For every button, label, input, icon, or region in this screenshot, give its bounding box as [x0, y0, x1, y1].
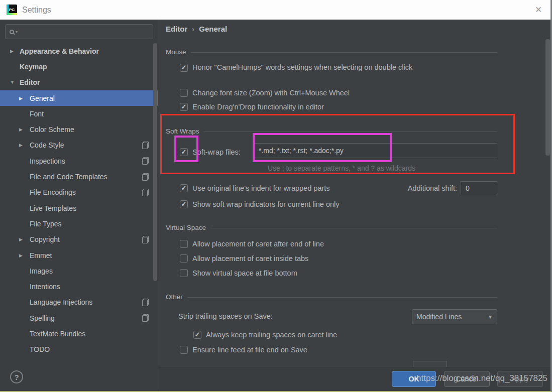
sidebar-scrollbar[interactable]	[153, 43, 157, 281]
section-header-soft-wraps: Soft Wraps	[166, 127, 497, 135]
checkmark-icon: ✓	[180, 64, 187, 71]
sidebar-item-appearance-behavior[interactable]: ▶Appearance & Behavior	[0, 43, 158, 59]
checkbox-row-caret-inside-tabs: Allow placement of caret inside tabs	[180, 253, 308, 264]
shared-settings-icon	[142, 142, 149, 149]
checkbox-soft-wrap-files[interactable]: ✓	[180, 148, 188, 156]
checkbox-font-zoom[interactable]	[180, 89, 188, 97]
settings-dialog: PC Settings ✕ ▾ ▶Appearance & Behavior K…	[0, 0, 552, 392]
checkbox-row-ensure-line-feed: Ensure line feed at file end on Save	[180, 344, 307, 355]
additional-shift-label: Additional shift:	[394, 184, 457, 192]
checkbox-label[interactable]: Use original line's indent for wrapped p…	[192, 184, 330, 192]
help-button[interactable]: ?	[10, 370, 23, 383]
checkbox-label[interactable]: Allow placement of caret after end of li…	[192, 240, 324, 248]
chevron-right-icon: ▶	[10, 49, 20, 54]
checkbox-original-indent[interactable]: ✓	[180, 184, 188, 192]
pycharm-logo-icon: PC	[7, 5, 17, 15]
breadcrumb-parent[interactable]: Editor	[166, 25, 187, 33]
chevron-right-icon: ▶	[19, 143, 30, 148]
section-header-other: Other	[166, 293, 497, 301]
chevron-right-icon: ▶	[19, 96, 30, 101]
checkbox-row-keep-caret-spaces: ✓ Always keep trailing spaces on caret l…	[193, 329, 337, 340]
chevron-down-icon: ▾	[16, 30, 18, 34]
sidebar-item-language-injections[interactable]: Language Injections	[0, 295, 158, 310]
sidebar-item-color-scheme[interactable]: ▶Color Scheme	[0, 121, 158, 137]
select-value: Modified Lines	[416, 313, 462, 321]
shared-settings-icon	[142, 173, 149, 181]
checkbox-label[interactable]: Show soft wrap indicators for current li…	[192, 200, 340, 208]
checkbox-row-caret-after-eol: Allow placement of caret after end of li…	[180, 238, 324, 249]
chevron-right-icon: ▶	[19, 127, 30, 132]
sidebar-item-textmate-bundles[interactable]: TextMate Bundles	[0, 326, 158, 341]
checkmark-icon: ✓	[180, 103, 187, 110]
checkmark-icon: ✓	[180, 201, 187, 208]
checkbox-label[interactable]: Soft-wrap files:	[192, 148, 241, 156]
sidebar-item-keymap[interactable]: Keymap	[0, 59, 158, 74]
shared-settings-icon	[142, 157, 149, 165]
checkmark-icon: ✓	[194, 331, 201, 338]
sidebar-item-general[interactable]: ▶General	[0, 90, 158, 106]
shared-settings-icon	[142, 236, 149, 243]
section-header-virtual-space: Virtual Space	[166, 224, 497, 231]
sidebar-item-emmet[interactable]: ▶Emmet	[0, 247, 158, 263]
sidebar-item-font[interactable]: Font	[0, 106, 158, 121]
ok-button[interactable]: OK	[392, 371, 436, 387]
search-box[interactable]: ▾	[5, 24, 153, 39]
chevron-down-icon: ▼	[488, 314, 493, 320]
checkbox-row-soft-wrap-files: ✓ Soft-wrap files:	[180, 147, 241, 158]
content-scrollbar[interactable]	[545, 39, 550, 156]
checkbox-dragdrop[interactable]: ✓	[180, 103, 188, 111]
settings-content: Editor › General Mouse ✓ Honor "CamelHum…	[158, 20, 552, 392]
checkbox-row-virtual-bottom: Show virtual space at file bottom	[180, 268, 297, 279]
sidebar-item-live-templates[interactable]: Live Templates	[0, 200, 158, 216]
checkbox-label[interactable]: Enable Drag'n'Drop functionality in edit…	[192, 103, 324, 111]
shared-settings-icon	[142, 189, 149, 196]
checkbox-label[interactable]: Honor "CamelHumps" words settings when s…	[192, 62, 412, 73]
checkbox-caret-after-eol[interactable]	[180, 240, 188, 248]
checkbox-virtual-bottom[interactable]	[180, 269, 188, 277]
sidebar-item-file-types[interactable]: File Types	[0, 216, 158, 231]
checkbox-label[interactable]: Always keep trailing spaces on caret lin…	[206, 331, 337, 339]
sidebar-item-file-code-templates[interactable]: File and Code Templates	[0, 169, 158, 184]
settings-tree: ▶Appearance & Behavior Keymap ▼Editor ▶G…	[0, 43, 158, 357]
breadcrumb-separator-icon: ›	[192, 25, 194, 33]
title-bar: PC Settings ✕	[0, 0, 550, 20]
clipped-field	[413, 361, 447, 367]
strip-trailing-spaces-label: Strip trailing spaces on Save:	[178, 312, 273, 320]
strip-trailing-spaces-select[interactable]: Modified Lines ▼	[412, 309, 497, 324]
search-input[interactable]	[19, 25, 153, 39]
checkmark-icon: ✓	[180, 185, 187, 192]
sidebar-item-todo[interactable]: TODO	[0, 342, 158, 357]
chevron-right-icon: ▶	[19, 237, 30, 242]
close-icon[interactable]: ✕	[532, 4, 544, 16]
checkbox-wrap-indicators[interactable]: ✓	[180, 200, 188, 208]
sidebar-item-editor[interactable]: ▼Editor	[0, 75, 158, 90]
search-icon	[10, 30, 14, 34]
checkbox-keep-caret-spaces[interactable]: ✓	[193, 331, 201, 339]
sidebar-item-code-style[interactable]: ▶Code Style	[0, 138, 158, 153]
sidebar-item-spelling[interactable]: Spelling	[0, 310, 158, 326]
shared-settings-icon	[142, 299, 149, 306]
checkbox-ensure-line-feed[interactable]	[180, 346, 188, 354]
apply-button[interactable]: Apply	[497, 371, 543, 387]
checkbox-label[interactable]: Change font size (Zoom) with Ctrl+Mouse …	[192, 89, 350, 97]
checkbox-row-font-zoom: Change font size (Zoom) with Ctrl+Mouse …	[180, 87, 350, 98]
sidebar-item-images[interactable]: Images	[0, 263, 158, 279]
checkbox-camelhumps[interactable]: ✓	[180, 64, 188, 72]
dialog-footer: OK Cancel Apply	[158, 367, 552, 392]
sidebar-item-intentions[interactable]: Intentions	[0, 279, 158, 294]
cancel-button[interactable]: Cancel	[444, 371, 490, 387]
checkbox-row-wrap-indicators: ✓ Show soft wrap indicators for current …	[180, 199, 340, 210]
sidebar-item-inspections[interactable]: Inspections	[0, 153, 158, 169]
additional-shift-input[interactable]	[461, 181, 497, 195]
checkbox-label[interactable]: Show virtual space at file bottom	[192, 269, 297, 277]
shared-settings-icon	[142, 314, 149, 322]
soft-wrap-patterns-input[interactable]	[254, 143, 497, 158]
sidebar-item-file-encodings[interactable]: File Encodings	[0, 185, 158, 200]
sidebar-item-copyright[interactable]: ▶Copyright	[0, 232, 158, 247]
window-title: Settings	[22, 6, 51, 15]
checkbox-row-camelhumps: ✓ Honor "CamelHumps" words settings when…	[180, 62, 431, 73]
checkbox-caret-inside-tabs[interactable]	[180, 254, 188, 263]
checkbox-label[interactable]: Allow placement of caret inside tabs	[192, 254, 308, 263]
checkbox-row-original-indent: ✓ Use original line's indent for wrapped…	[180, 183, 330, 194]
checkbox-label[interactable]: Ensure line feed at file end on Save	[192, 346, 307, 354]
